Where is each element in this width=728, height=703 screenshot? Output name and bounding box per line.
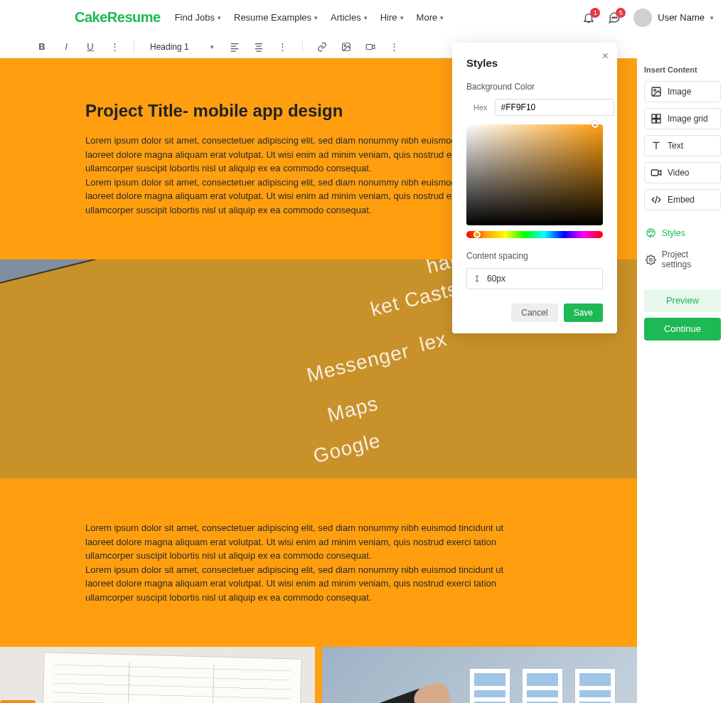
svg-rect-9	[657, 114, 660, 118]
image-grid-cell[interactable]	[322, 647, 637, 703]
cancel-button[interactable]: Cancel	[511, 304, 557, 322]
svg-point-1	[614, 16, 616, 18]
nav-hire[interactable]: Hire▾	[380, 12, 404, 23]
text-icon	[651, 140, 662, 151]
project-paragraph[interactable]: Lorem ipsum dolor sit amet, consectetuer…	[85, 563, 512, 605]
chevron-down-icon: ▾	[210, 43, 214, 50]
close-icon[interactable]: ×	[602, 50, 609, 63]
project-paragraph[interactable]: Lorem ipsum dolor sit amet, consectetuer…	[85, 521, 512, 563]
popover-title: Styles	[466, 57, 603, 69]
gear-icon	[646, 254, 656, 265]
italic-button[interactable]: I	[58, 39, 74, 55]
svg-rect-12	[651, 170, 658, 176]
bg-color-label: Background Color	[466, 82, 603, 92]
link-project-settings[interactable]: Project settings	[644, 247, 721, 272]
project-paragraph[interactable]: Lorem ipsum dolor sit amet, consectetuer…	[85, 134, 512, 176]
align-left-icon	[230, 42, 240, 52]
svg-point-7	[654, 90, 656, 92]
svg-rect-10	[652, 119, 655, 123]
chevron-down-icon: ▾	[218, 14, 221, 21]
user-menu[interactable]: User Name ▾	[633, 9, 714, 27]
continue-button[interactable]: Continue	[644, 318, 721, 340]
spacing-input[interactable]: 60px	[466, 268, 603, 289]
svg-rect-5	[366, 44, 372, 49]
svg-point-0	[612, 16, 614, 18]
image-icon	[341, 42, 351, 52]
nav-articles[interactable]: Articles▾	[331, 12, 368, 23]
link-styles[interactable]: Styles	[644, 225, 721, 241]
hex-label: Hex	[473, 103, 488, 112]
insert-text[interactable]: Text	[644, 135, 721, 156]
main-nav: Find Jobs▾ Resume Examples▾ Articles▾ Hi…	[175, 12, 444, 23]
palette-icon	[646, 227, 656, 238]
svg-point-14	[648, 232, 649, 232]
spacing-icon	[473, 274, 481, 283]
insert-content-label: Insert Content	[644, 65, 721, 74]
project-paragraph[interactable]: Lorem ipsum dolor sit amet, consectetuer…	[85, 176, 512, 218]
image-grid[interactable]: INFORMATION CAREERS COMPUTER	[0, 647, 637, 703]
image-grid-cell[interactable]: INFORMATION CAREERS COMPUTER	[0, 647, 315, 703]
user-name: User Name	[658, 12, 705, 23]
svg-point-15	[651, 230, 651, 231]
insert-image[interactable]: Image	[644, 81, 721, 102]
align-center-icon	[254, 42, 264, 52]
svg-point-17	[650, 258, 653, 261]
side-panel: Insert Content Image Image grid Text Vid…	[637, 58, 728, 703]
svg-rect-8	[652, 114, 655, 118]
chevron-down-icon: ▾	[440, 14, 444, 21]
chat-badge: 5	[616, 8, 626, 18]
image-icon	[651, 86, 662, 97]
more-format-button[interactable]: ⋮	[107, 39, 122, 55]
link-button[interactable]	[314, 39, 330, 55]
align-left-button[interactable]	[227, 39, 242, 55]
chevron-down-icon: ▾	[710, 14, 714, 21]
svg-rect-11	[657, 119, 660, 123]
image-button[interactable]	[338, 39, 354, 55]
nav-find-jobs[interactable]: Find Jobs▾	[175, 12, 221, 23]
hex-input[interactable]	[495, 99, 614, 116]
color-field[interactable]	[466, 124, 603, 225]
chevron-down-icon: ▾	[364, 14, 368, 21]
link-icon	[317, 42, 327, 52]
notifications-button[interactable]: 1	[582, 11, 595, 24]
messages-button[interactable]: 5	[608, 11, 621, 24]
video-icon	[651, 167, 662, 178]
save-button[interactable]: Save	[564, 304, 603, 322]
hue-slider[interactable]	[466, 231, 603, 238]
avatar	[633, 9, 652, 27]
styles-popover: × Styles Background Color Hex Content sp…	[452, 43, 617, 333]
logo[interactable]: CakeResume	[75, 9, 161, 26]
bold-button[interactable]: B	[34, 39, 50, 55]
nav-more[interactable]: More▾	[417, 12, 444, 23]
insert-image-grid[interactable]: Image grid	[644, 108, 721, 129]
video-icon	[365, 42, 375, 52]
grid-icon	[651, 113, 662, 124]
more-insert-button[interactable]: ⋮	[387, 39, 402, 55]
embed-icon	[651, 194, 662, 205]
bell-badge: 1	[590, 8, 600, 18]
align-center-button[interactable]	[251, 39, 267, 55]
app-header: CakeResume Find Jobs▾ Resume Examples▾ A…	[0, 0, 728, 36]
underline-button[interactable]: U	[82, 39, 98, 55]
chevron-down-icon: ▾	[400, 14, 404, 21]
more-align-button[interactable]: ⋮	[275, 39, 291, 55]
nav-resume-examples[interactable]: Resume Examples▾	[234, 12, 318, 23]
preview-button[interactable]: Preview	[644, 289, 721, 312]
insert-embed[interactable]: Embed	[644, 189, 721, 210]
insert-video[interactable]: Video	[644, 162, 721, 183]
color-handle[interactable]	[592, 121, 599, 128]
svg-point-16	[652, 232, 653, 232]
spacing-label: Content spacing	[466, 251, 603, 261]
project-title[interactable]: Project Title- mobile app design	[85, 101, 512, 121]
svg-point-2	[616, 16, 618, 18]
hue-handle[interactable]	[473, 231, 481, 238]
svg-point-4	[344, 45, 346, 46]
chevron-down-icon: ▾	[314, 14, 318, 21]
video-button[interactable]	[363, 39, 378, 55]
heading-select[interactable]: Heading 1 ▾	[146, 41, 218, 53]
